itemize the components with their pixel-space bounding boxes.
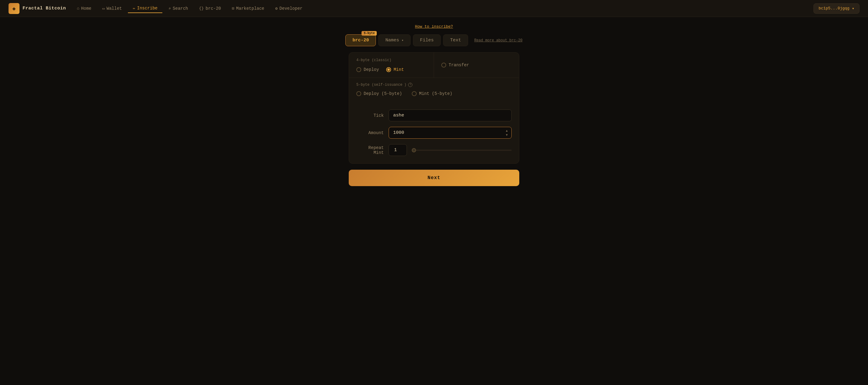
marketplace-icon: ⊡ — [232, 6, 235, 11]
nav-brc20[interactable]: {} brc-20 — [194, 4, 226, 13]
wallet-address: bc1p5...0jgqg — [819, 6, 849, 11]
how-to-inscribe-link[interactable]: How to inscribe? — [415, 24, 453, 29]
nav-developer[interactable]: ⚙ Developer — [271, 4, 307, 13]
five-byte-radio-group: Deploy (5-byte) Mint (5-byte) — [356, 91, 512, 96]
nav-brc20-label: brc-20 — [206, 6, 221, 11]
deploy-radio-circle — [356, 67, 361, 72]
nav-marketplace[interactable]: ⊡ Marketplace — [227, 4, 269, 13]
chevron-down-icon: ▾ — [401, 38, 404, 42]
deploy-5byte-label: Deploy (5-byte) — [364, 91, 402, 96]
deploy-5byte-option[interactable]: Deploy (5-byte) — [356, 91, 402, 96]
deploy-option[interactable]: Deploy — [356, 67, 379, 72]
tick-field-row: Tick — [356, 109, 512, 121]
next-button[interactable]: Next — [349, 170, 519, 186]
four-byte-radio-group: Deploy Mint — [356, 67, 426, 72]
repeat-mint-slider[interactable] — [412, 150, 512, 151]
nav-wallet-label: Wallet — [106, 6, 122, 11]
deploy-label: Deploy — [364, 67, 379, 72]
inscribe-icon: ✏ — [133, 6, 135, 11]
amount-input[interactable] — [389, 127, 512, 139]
amount-field-row: Amount ▲ ▼ — [356, 127, 512, 139]
logo-icon: ◈ — [8, 3, 20, 14]
brc20-icon: {} — [199, 6, 204, 11]
repeat-mint-input[interactable] — [389, 144, 407, 156]
wallet-button[interactable]: bc1p5...0jgqg ▾ — [813, 3, 860, 14]
developer-icon: ⚙ — [275, 6, 278, 11]
nav-search[interactable]: ⌕ Search — [163, 4, 193, 13]
repeat-mint-field-row: Repeat Mint — [356, 144, 512, 156]
tick-label: Tick — [356, 113, 384, 118]
deploy-5byte-radio-circle — [356, 91, 361, 96]
nav-inscribe-label: Inscribe — [137, 6, 157, 11]
repeat-mint-label: Repeat Mint — [356, 145, 384, 155]
tab-files-label: Files — [420, 38, 434, 43]
slider-thumb — [412, 148, 416, 152]
transfer-option[interactable]: Transfer — [441, 63, 469, 68]
mint-5byte-option[interactable]: Mint (5-byte) — [412, 91, 452, 96]
nav-wallet[interactable]: ▭ Wallet — [97, 4, 127, 13]
amount-input-wrapper: ▲ ▼ — [389, 127, 512, 139]
options-grid: 4-byte (classic) Deploy Mint — [349, 53, 519, 78]
mint-radio-dot — [388, 68, 390, 71]
main-content: How to inscribe? 5-byte brc-20 Names ▾ F… — [0, 17, 868, 194]
amount-spinners: ▲ ▼ — [504, 129, 509, 137]
transfer-section: Transfer — [434, 53, 519, 77]
tab-text-label: Text — [450, 38, 461, 43]
transfer-radio-circle — [441, 63, 446, 68]
nav-developer-label: Developer — [280, 6, 303, 11]
mint-radio-circle — [386, 67, 391, 72]
home-icon: ⌂ — [77, 6, 80, 11]
tab-names-label: Names — [385, 38, 399, 43]
tick-input[interactable] — [389, 109, 512, 121]
form-fields: Tick Amount ▲ ▼ Repeat Mint — [349, 102, 519, 163]
amount-increment-button[interactable]: ▲ — [504, 129, 509, 133]
amount-label: Amount — [356, 131, 384, 135]
four-byte-section: 4-byte (classic) Deploy Mint — [349, 53, 434, 77]
mint-5byte-label: Mint (5-byte) — [419, 91, 452, 96]
nav-marketplace-label: Marketplace — [236, 6, 264, 11]
tab-names[interactable]: Names ▾ — [378, 34, 410, 46]
help-icon[interactable]: ? — [408, 83, 412, 87]
wallet-icon: ▭ — [102, 6, 105, 11]
logo-text: Fractal Bitcoin — [23, 6, 66, 11]
mint-5byte-radio-circle — [412, 91, 416, 96]
read-more-link[interactable]: Read more about brc-20 — [474, 38, 522, 43]
nav-home[interactable]: ⌂ Home — [72, 4, 96, 13]
navbar: ◈ Fractal Bitcoin ⌂ Home ▭ Wallet ✏ Insc… — [0, 0, 868, 17]
nav-home-label: Home — [81, 6, 91, 11]
nav-inscribe[interactable]: ✏ Inscribe — [128, 4, 162, 13]
form-card: 4-byte (classic) Deploy Mint — [349, 52, 519, 164]
tab-row: 5-byte brc-20 Names ▾ Files Text Read mo… — [345, 34, 522, 46]
tab-text[interactable]: Text — [443, 34, 468, 46]
mint-option[interactable]: Mint — [386, 67, 404, 72]
five-byte-section: 5-byte (self-issuance ) ? Deploy (5-byte… — [349, 78, 519, 102]
wallet-chevron-icon: ▾ — [852, 6, 854, 11]
badge-5byte: 5-byte — [362, 31, 377, 36]
logo-area[interactable]: ◈ Fractal Bitcoin — [8, 3, 66, 14]
transfer-label: Transfer — [448, 63, 469, 68]
tab-files[interactable]: Files — [413, 34, 441, 46]
amount-decrement-button[interactable]: ▼ — [504, 133, 509, 137]
mint-label: Mint — [394, 67, 404, 72]
tab-brc20-label: brc-20 — [352, 38, 369, 43]
four-byte-label: 4-byte (classic) — [356, 58, 426, 62]
nav-search-label: Search — [173, 6, 188, 11]
tab-brc20[interactable]: 5-byte brc-20 — [345, 34, 376, 46]
five-byte-label: 5-byte (self-issuance ) ? — [356, 83, 512, 87]
search-icon: ⌕ — [168, 6, 171, 11]
